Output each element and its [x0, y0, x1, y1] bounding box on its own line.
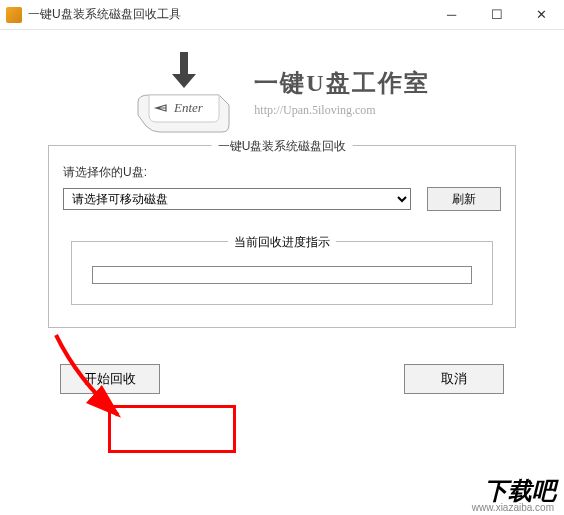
brand-url: http://Upan.5iloving.com	[254, 103, 429, 118]
app-icon	[6, 7, 22, 23]
usb-select[interactable]: 请选择可移动磁盘	[63, 188, 411, 210]
usb-row: 请选择可移动磁盘 刷新	[63, 187, 501, 211]
window-title: 一键U盘装系统磁盘回收工具	[28, 6, 429, 23]
main-content: Enter 一键U盘工作室 http://Upan.5iloving.com 一…	[0, 30, 564, 404]
annotation-highlight-box	[108, 405, 236, 453]
enter-key-icon: Enter	[134, 50, 234, 135]
watermark-url: www.xiazaiba.com	[472, 502, 554, 513]
titlebar: 一键U盘装系统磁盘回收工具 ─ ☐ ✕	[0, 0, 564, 30]
brand-title: 一键U盘工作室	[254, 67, 429, 99]
minimize-button[interactable]: ─	[429, 0, 474, 30]
svg-text:Enter: Enter	[173, 100, 204, 115]
brand-text: 一键U盘工作室 http://Upan.5iloving.com	[254, 67, 429, 118]
start-button[interactable]: 开始回收	[60, 364, 160, 394]
progress-bar	[92, 266, 472, 284]
maximize-button[interactable]: ☐	[474, 0, 519, 30]
main-fieldset-legend: 一键U盘装系统磁盘回收	[212, 138, 353, 155]
cancel-button[interactable]: 取消	[404, 364, 504, 394]
progress-legend: 当前回收进度指示	[228, 234, 336, 251]
button-row: 开始回收 取消	[60, 364, 504, 394]
refresh-button[interactable]: 刷新	[427, 187, 501, 211]
usb-label: 请选择你的U盘:	[63, 164, 501, 181]
progress-fieldset: 当前回收进度指示	[71, 241, 493, 305]
window-controls: ─ ☐ ✕	[429, 0, 564, 30]
logo-area: Enter 一键U盘工作室 http://Upan.5iloving.com	[30, 50, 534, 135]
close-button[interactable]: ✕	[519, 0, 564, 30]
main-fieldset: 一键U盘装系统磁盘回收 请选择你的U盘: 请选择可移动磁盘 刷新 当前回收进度指…	[48, 145, 516, 328]
